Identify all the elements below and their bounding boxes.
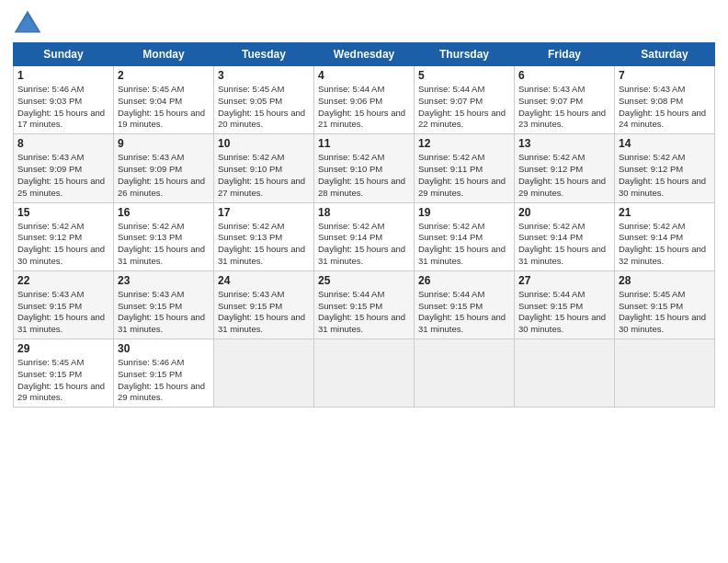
day-info: Sunrise: 5:42 AM Sunset: 9:14 PM Dayligh… (619, 221, 711, 268)
day-number: 21 (619, 206, 711, 219)
calendar-cell (515, 339, 615, 408)
page: Sunday Monday Tuesday Wednesday Thursday… (0, 0, 728, 563)
daylight-label: Daylight: 15 hours and 29 minutes. (418, 176, 506, 198)
calendar-cell: 14 Sunrise: 5:42 AM Sunset: 9:12 PM Dayl… (615, 134, 715, 202)
calendar-week-5: 29 Sunrise: 5:45 AM Sunset: 9:15 PM Dayl… (14, 339, 715, 408)
daylight-label: Daylight: 15 hours and 31 minutes. (118, 312, 205, 334)
calendar-cell: 23 Sunrise: 5:43 AM Sunset: 9:15 PM Dayl… (114, 270, 214, 339)
day-info: Sunrise: 5:43 AM Sunset: 9:08 PM Dayligh… (619, 84, 711, 131)
day-number: 19 (418, 206, 510, 219)
calendar-cell: 18 Sunrise: 5:42 AM Sunset: 9:14 PM Dayl… (314, 202, 415, 270)
sunrise-label: Sunrise: 5:45 AM (17, 357, 84, 367)
calendar-cell: 8 Sunrise: 5:43 AM Sunset: 9:09 PM Dayli… (14, 134, 114, 202)
day-info: Sunrise: 5:44 AM Sunset: 9:15 PM Dayligh… (518, 289, 610, 336)
day-number: 1 (17, 69, 109, 82)
calendar-cell: 24 Sunrise: 5:43 AM Sunset: 9:15 PM Dayl… (214, 270, 314, 339)
day-number: 12 (418, 137, 510, 150)
daylight-label: Daylight: 15 hours and 20 minutes. (218, 108, 305, 130)
day-number: 2 (118, 69, 210, 82)
daylight-label: Daylight: 15 hours and 31 minutes. (218, 312, 305, 334)
day-number: 27 (518, 274, 610, 287)
daylight-label: Daylight: 15 hours and 31 minutes. (118, 244, 205, 266)
day-number: 11 (318, 137, 410, 150)
calendar-cell: 9 Sunrise: 5:43 AM Sunset: 9:09 PM Dayli… (114, 134, 214, 202)
calendar-cell: 1 Sunrise: 5:46 AM Sunset: 9:03 PM Dayli… (14, 66, 114, 134)
daylight-label: Daylight: 15 hours and 22 minutes. (418, 108, 506, 130)
sunset-label: Sunset: 9:05 PM (218, 96, 282, 106)
day-number: 4 (318, 69, 410, 82)
sunrise-label: Sunrise: 5:43 AM (118, 289, 184, 299)
day-number: 30 (118, 342, 210, 355)
day-number: 14 (619, 137, 711, 150)
sunset-label: Sunset: 9:15 PM (518, 301, 583, 311)
calendar-cell: 4 Sunrise: 5:44 AM Sunset: 9:06 PM Dayli… (314, 66, 415, 134)
day-number: 9 (118, 137, 210, 150)
day-info: Sunrise: 5:45 AM Sunset: 9:04 PM Dayligh… (118, 84, 210, 131)
day-info: Sunrise: 5:44 AM Sunset: 9:07 PM Dayligh… (418, 84, 510, 131)
sunrise-label: Sunrise: 5:42 AM (418, 221, 484, 231)
daylight-label: Daylight: 15 hours and 21 minutes. (318, 108, 405, 130)
sunrise-label: Sunrise: 5:43 AM (518, 84, 585, 94)
calendar-cell: 5 Sunrise: 5:44 AM Sunset: 9:07 PM Dayli… (415, 66, 515, 134)
sunrise-label: Sunrise: 5:44 AM (318, 84, 384, 94)
daylight-label: Daylight: 15 hours and 27 minutes. (218, 176, 305, 198)
sunrise-label: Sunrise: 5:45 AM (118, 84, 184, 94)
sunset-label: Sunset: 9:12 PM (518, 164, 583, 174)
sunset-label: Sunset: 9:10 PM (218, 164, 282, 174)
daylight-label: Daylight: 15 hours and 31 minutes. (418, 312, 506, 334)
calendar-cell: 2 Sunrise: 5:45 AM Sunset: 9:04 PM Dayli… (114, 66, 214, 134)
day-info: Sunrise: 5:42 AM Sunset: 9:10 PM Dayligh… (318, 152, 410, 199)
day-info: Sunrise: 5:42 AM Sunset: 9:14 PM Dayligh… (518, 221, 610, 268)
calendar-cell: 26 Sunrise: 5:44 AM Sunset: 9:15 PM Dayl… (415, 270, 515, 339)
calendar-cell: 30 Sunrise: 5:46 AM Sunset: 9:15 PM Dayl… (114, 339, 214, 408)
sunset-label: Sunset: 9:08 PM (619, 96, 683, 106)
calendar-cell (314, 339, 415, 408)
day-number: 15 (17, 206, 109, 219)
logo-icon (13, 9, 42, 35)
day-info: Sunrise: 5:44 AM Sunset: 9:15 PM Dayligh… (418, 289, 510, 336)
calendar-table: Sunday Monday Tuesday Wednesday Thursday… (13, 42, 715, 408)
daylight-label: Daylight: 15 hours and 30 minutes. (518, 312, 606, 334)
calendar-cell: 13 Sunrise: 5:42 AM Sunset: 9:12 PM Dayl… (515, 134, 615, 202)
col-saturday: Saturday (615, 43, 715, 66)
daylight-label: Daylight: 15 hours and 28 minutes. (318, 176, 405, 198)
sunrise-label: Sunrise: 5:43 AM (118, 152, 184, 162)
sunrise-label: Sunrise: 5:43 AM (619, 84, 685, 94)
sunrise-label: Sunrise: 5:44 AM (418, 289, 484, 299)
col-thursday: Thursday (415, 43, 515, 66)
calendar-cell (415, 339, 515, 408)
daylight-label: Daylight: 15 hours and 24 minutes. (619, 108, 706, 130)
sunrise-label: Sunrise: 5:42 AM (118, 221, 184, 231)
calendar-week-2: 8 Sunrise: 5:43 AM Sunset: 9:09 PM Dayli… (14, 134, 715, 202)
sunrise-label: Sunrise: 5:46 AM (118, 357, 184, 367)
day-number: 23 (118, 274, 210, 287)
daylight-label: Daylight: 15 hours and 31 minutes. (318, 244, 405, 266)
day-info: Sunrise: 5:43 AM Sunset: 9:09 PM Dayligh… (17, 152, 109, 199)
sunrise-label: Sunrise: 5:42 AM (518, 221, 585, 231)
daylight-label: Daylight: 15 hours and 31 minutes. (17, 312, 105, 334)
logo (13, 9, 46, 35)
sunrise-label: Sunrise: 5:42 AM (218, 152, 284, 162)
day-number: 17 (218, 206, 310, 219)
sunrise-label: Sunrise: 5:44 AM (318, 289, 384, 299)
daylight-label: Daylight: 15 hours and 30 minutes. (619, 312, 706, 334)
daylight-label: Daylight: 15 hours and 31 minutes. (418, 244, 506, 266)
day-info: Sunrise: 5:42 AM Sunset: 9:12 PM Dayligh… (17, 221, 109, 268)
day-info: Sunrise: 5:42 AM Sunset: 9:14 PM Dayligh… (318, 221, 410, 268)
day-number: 28 (619, 274, 711, 287)
day-number: 10 (218, 137, 310, 150)
sunset-label: Sunset: 9:15 PM (118, 301, 182, 311)
sunrise-label: Sunrise: 5:46 AM (17, 84, 84, 94)
day-info: Sunrise: 5:44 AM Sunset: 9:15 PM Dayligh… (318, 289, 410, 336)
day-info: Sunrise: 5:42 AM Sunset: 9:12 PM Dayligh… (518, 152, 610, 199)
sunset-label: Sunset: 9:15 PM (619, 301, 683, 311)
calendar-cell: 22 Sunrise: 5:43 AM Sunset: 9:15 PM Dayl… (14, 270, 114, 339)
calendar-cell: 25 Sunrise: 5:44 AM Sunset: 9:15 PM Dayl… (314, 270, 415, 339)
calendar-cell: 12 Sunrise: 5:42 AM Sunset: 9:11 PM Dayl… (415, 134, 515, 202)
col-sunday: Sunday (14, 43, 114, 66)
sunset-label: Sunset: 9:15 PM (17, 301, 82, 311)
sunset-label: Sunset: 9:04 PM (118, 96, 182, 106)
day-info: Sunrise: 5:42 AM Sunset: 9:12 PM Dayligh… (619, 152, 711, 199)
day-info: Sunrise: 5:44 AM Sunset: 9:06 PM Dayligh… (318, 84, 410, 131)
day-info: Sunrise: 5:42 AM Sunset: 9:10 PM Dayligh… (218, 152, 310, 199)
